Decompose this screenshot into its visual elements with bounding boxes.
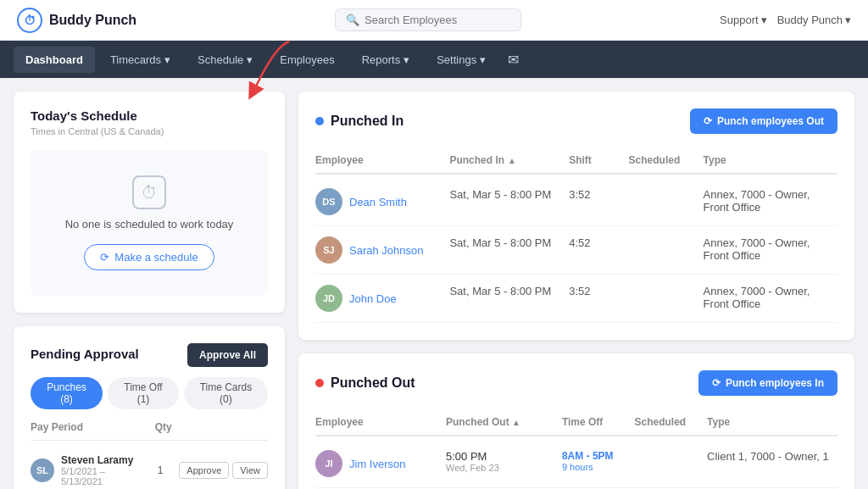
envelope-icon[interactable]: ✉ (508, 52, 519, 68)
user-menu[interactable]: Buddy Punch ▾ (777, 14, 851, 26)
nav-item-timecards[interactable]: Timecards ▾ (98, 47, 182, 73)
tab-timeoff[interactable]: Time Off (1) (108, 377, 179, 409)
th-employee: Employee (315, 154, 449, 166)
schedule-empty-text: No one is scheduled to work today (65, 218, 234, 231)
status-dot-blue (315, 117, 324, 125)
punched-in-card: Punched In ⟳ Punch employees Out Employe… (298, 92, 854, 340)
nav-item-reports[interactable]: Reports ▾ (350, 47, 422, 73)
name-john[interactable]: John Doe (349, 292, 397, 305)
top-bar: ⏱ Buddy Punch 🔍 Support ▾ Buddy Punch ▾ (0, 0, 868, 41)
name-dean[interactable]: Dean Smith (349, 196, 407, 208)
chevron-down-icon: ▾ (845, 14, 851, 26)
pending-tabs-row: Punches (8) Time Off (1) Time Cards (0) (31, 377, 268, 409)
row-john-doe: JD John Doe Sat, Mar 5 - 8:00 PM 3:52 An… (315, 275, 837, 323)
punch-out-button[interactable]: ⟳ Punch employees Out (690, 108, 837, 134)
logo-text: Buddy Punch (49, 13, 136, 28)
punched-out-title: Punched Out (315, 375, 415, 391)
todays-schedule-subtitle: Times in Central (US & Canada) (31, 126, 268, 136)
type-john: Annex, 7000 - Owner, Front Office (704, 285, 837, 310)
th-scheduled-out: Scheduled (634, 416, 707, 428)
nav-item-schedule[interactable]: Schedule ▾ (186, 47, 264, 73)
employee-cell-jim: JI Jim Iverson (315, 450, 446, 477)
make-schedule-button[interactable]: ⟳ Make a schedule (84, 244, 214, 270)
top-right-links: Support ▾ Buddy Punch ▾ (720, 14, 851, 26)
shift-sarah: 4:52 (569, 236, 628, 249)
name-jim[interactable]: Jim Iverson (349, 458, 405, 470)
search-input[interactable] (364, 14, 510, 26)
steven-name: Steven Laramy (61, 454, 142, 466)
employee-cell-sarah: SJ Sarah Johnson (315, 236, 449, 264)
th-scheduled: Scheduled (629, 154, 704, 166)
punched-in-table-header: Employee Punched In ▲ Shift Scheduled Ty… (315, 147, 837, 175)
punched-in-title: Punched In (315, 114, 403, 129)
main-content: Today's Schedule Times in Central (US & … (0, 78, 868, 489)
punched-out-header: Punched Out ⟳ Punch employees In (315, 370, 837, 396)
nav-bar: Dashboard Timecards ▾ Schedule ▾ Employe… (0, 41, 868, 78)
th-type-out: Type (707, 416, 837, 428)
chevron-down-icon: ▾ (164, 53, 170, 66)
sort-icon: ▲ (512, 418, 520, 427)
status-dot-red (315, 379, 324, 387)
steven-actions: Approve View (179, 462, 268, 479)
timeoff-jim-hours: 9 hours (562, 462, 635, 472)
th-timeoff: Time Off (562, 416, 635, 428)
pending-row-steven: SL Steven Laramy 5/1/2021 – 5/13/2021 1 … (31, 449, 268, 489)
pending-approval-title: Pending Approval (31, 347, 139, 361)
logo: ⏱ Buddy Punch (17, 8, 136, 33)
shift-john: 3:52 (569, 285, 628, 297)
row-jim-iverson: JI Jim Iverson 5:00 PM Wed, Feb 23 8AM -… (315, 440, 837, 488)
pending-approval-card: Pending Approval Approve All Punches (8)… (14, 326, 285, 489)
timeoff-jim: 8AM - 5PM 9 hours (562, 450, 635, 472)
nav-item-employees[interactable]: Employees (268, 47, 346, 73)
employee-cell-dean: DS Dean Smith (315, 188, 449, 215)
clock-icon: ⏱ (132, 175, 166, 209)
nav-item-settings[interactable]: Settings ▾ (425, 47, 498, 73)
avatar-sarah: SJ (315, 236, 342, 264)
punchedin-john: Sat, Mar 5 - 8:00 PM (449, 285, 569, 297)
th-punched-out: Punched Out ▲ (446, 416, 562, 428)
chevron-down-icon: ▾ (247, 53, 253, 66)
tab-timecards[interactable]: Time Cards (0) (184, 377, 268, 409)
refresh-icon: ⟳ (712, 377, 721, 389)
refresh-icon: ⟳ (704, 115, 712, 127)
row-dean-smith: DS Dean Smith Sat, Mar 5 - 8:00 PM 3:52 … (315, 178, 837, 226)
row-sarah-johnson: SJ Sarah Johnson Sat, Mar 5 - 8:00 PM 4:… (315, 226, 837, 275)
search-icon: 🔍 (346, 14, 359, 26)
steven-qty: 1 (148, 464, 172, 476)
support-link[interactable]: Support ▾ (720, 14, 767, 26)
chevron-down-icon: ▾ (480, 53, 486, 66)
chevron-down-icon: ▾ (761, 14, 767, 26)
punch-in-button[interactable]: ⟳ Punch employees In (698, 370, 837, 396)
type-sarah: Annex, 7000 - Owner, Front Office (704, 236, 837, 262)
type-dean: Annex, 7000 - Owner, Front Office (704, 188, 837, 214)
th-employee-out: Employee (315, 416, 446, 428)
punchedin-sarah: Sat, Mar 5 - 8:00 PM (449, 236, 569, 249)
chevron-down-icon: ▾ (403, 53, 409, 66)
left-column: Today's Schedule Times in Central (US & … (14, 92, 285, 489)
punchedout-jim-time: 5:00 PM (446, 450, 562, 463)
right-column: Punched In ⟳ Punch employees Out Employe… (298, 92, 854, 489)
sort-icon: ▲ (508, 156, 516, 165)
avatar-jim: JI (315, 450, 342, 477)
employee-cell-john: JD John Doe (315, 285, 449, 312)
punchedin-dean: Sat, Mar 5 - 8:00 PM (449, 188, 569, 201)
pending-table-header: Pay Period Qty (31, 421, 268, 441)
punched-out-card: Punched Out ⟳ Punch employees In Employe… (298, 353, 854, 489)
avatar-steven: SL (31, 458, 54, 482)
approve-all-button[interactable]: Approve All (187, 343, 268, 367)
avatar-dean: DS (315, 188, 342, 215)
approve-steven-button[interactable]: Approve (179, 462, 229, 479)
view-steven-button[interactable]: View (232, 462, 268, 479)
steven-info: Steven Laramy 5/1/2021 – 5/13/2021 (61, 454, 142, 486)
name-sarah[interactable]: Sarah Johnson (349, 244, 423, 257)
nav-item-dashboard[interactable]: Dashboard (14, 47, 95, 73)
col-pay-period: Pay Period (31, 421, 155, 433)
search-bar: 🔍 (335, 8, 521, 31)
punchedout-jim-date: Wed, Feb 23 (446, 463, 562, 473)
plus-icon: ⟳ (100, 251, 109, 264)
tab-punches[interactable]: Punches (8) (31, 377, 103, 409)
col-actions (183, 421, 268, 433)
steven-date: 5/1/2021 – 5/13/2021 (61, 466, 142, 486)
timeoff-jim-range[interactable]: 8AM - 5PM (562, 450, 635, 462)
schedule-empty-state: ⏱ No one is scheduled to work today ⟳ Ma… (31, 150, 268, 296)
